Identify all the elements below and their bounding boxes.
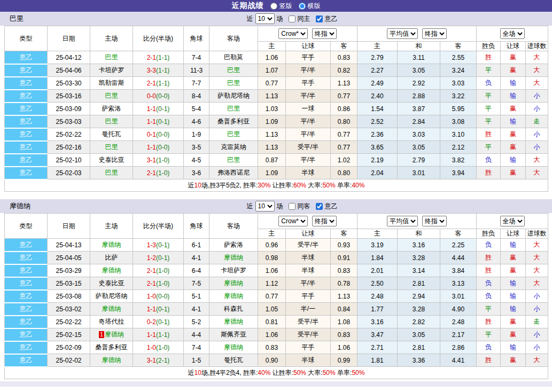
avg-home-odds: 2.36: [357, 128, 398, 141]
avg-home-odds: 3.16: [357, 316, 398, 328]
table-row: 意乙25-03-16巴里0-0(0-0)8-4萨勒尼塔纳1.13平/半0.772…: [5, 90, 548, 103]
full-match-select[interactable]: 全场: [500, 216, 525, 226]
radio-horizontal-option: 横版: [292, 2, 321, 11]
league-cell: 意乙: [5, 115, 48, 128]
avg-home-odds: 2.71: [357, 341, 398, 354]
corner-cell: 4-5: [184, 154, 209, 167]
table-row: 意乙25-02-16巴里1-1(0-0)3-5克雷莫纳1.13受平/半0.773…: [5, 141, 548, 154]
crow-handicap: 平/半: [286, 115, 331, 128]
crow-handicap: 半/一: [286, 303, 331, 316]
final-index-select[interactable]: 终指: [312, 28, 337, 39]
avg-home-odds: 2.79: [357, 51, 398, 64]
away-team-cell: 萨勒尼塔纳: [209, 90, 258, 103]
fulltime-score: 1-1: [147, 105, 156, 113]
table-row: 意乙25-03-03巴里1-1(0-1)4-6桑普多利亚1.09平/半0.802…: [5, 115, 548, 128]
subcol-crow-home: 主: [258, 42, 286, 51]
avg-away-odds: 3.03: [440, 77, 477, 90]
home-team-name: 巴里: [105, 169, 118, 176]
date-cell: 25-04-12: [48, 51, 90, 64]
league-cell: 意乙: [5, 154, 48, 167]
away-team-cell: 摩德纳: [209, 277, 258, 290]
vertical-radio[interactable]: [270, 3, 277, 10]
league-cell: 意乙: [5, 354, 48, 367]
home-team-name: 桑普多利亚: [96, 343, 128, 351]
date-cell: 25-02-03: [48, 167, 90, 179]
match-count-select[interactable]: 10: [255, 201, 275, 211]
away-team-cell: 巴里: [209, 103, 258, 115]
fulltime-score: 2-1: [147, 54, 156, 61]
home-team-name: 巴里: [105, 117, 118, 125]
result-goals: 大: [526, 252, 548, 264]
corner-cell: 8-4: [184, 90, 209, 103]
home-team-cell: 奇塔代拉: [90, 316, 133, 328]
result-outcome: 负: [477, 341, 501, 354]
league-cell: 意乙: [5, 51, 48, 64]
league-cell: 意乙: [5, 103, 48, 115]
final-index-select-2[interactable]: 终指: [422, 216, 447, 226]
crow-group-header: Crow* 终指: [258, 26, 357, 42]
result-outcome: 平: [477, 90, 501, 103]
result-handicap: 赢: [501, 354, 526, 367]
same-away-checkbox[interactable]: [289, 203, 296, 210]
radio-vertical-option: 竖版: [264, 2, 292, 11]
avg-home-odds: 2.04: [357, 167, 398, 179]
horizontal-radio[interactable]: [299, 3, 306, 10]
home-team-name: 巴里: [105, 143, 118, 151]
crow-away-odds: 1.13: [331, 77, 357, 90]
match-count-select[interactable]: 10: [255, 13, 275, 24]
score-cell: 1-1(0-1): [133, 115, 184, 128]
avg-home-odds: 1.77: [357, 303, 398, 316]
full-match-select[interactable]: 全场: [500, 28, 525, 39]
avg-draw-odds: 3.11: [398, 51, 440, 64]
result-outcome: 胜: [477, 264, 501, 277]
average-select[interactable]: 平均值: [387, 28, 418, 39]
away-team-name: 巴里: [227, 156, 240, 163]
result-outcome: 平: [477, 303, 501, 316]
crow-home-odds: 1.03: [258, 103, 286, 115]
date-cell: 25-04-06: [48, 64, 90, 77]
fulltime-score: 0-2: [147, 318, 156, 326]
summary-part: 近: [188, 182, 195, 189]
league-checkbox[interactable]: [316, 203, 323, 210]
bookmaker-select[interactable]: Crow*: [278, 28, 308, 39]
average-select[interactable]: 平均值: [387, 216, 418, 226]
avg-home-odds: 2.01: [357, 264, 398, 277]
table-row: 意乙25-02-10史泰比亚3-1(1-0)4-5巴里0.87平/半1.022.…: [5, 154, 548, 167]
avg-away-odds: 3.84: [440, 264, 477, 277]
result-handicap: 输: [501, 290, 526, 303]
avg-draw-odds: 3.14: [398, 264, 440, 277]
away-team-cell: 萨索洛: [209, 239, 258, 252]
halftime-score: (1-1): [156, 331, 169, 339]
col-type: 类型: [5, 214, 48, 239]
result-goals: 走: [526, 115, 548, 128]
home-team-cell: 巴里: [90, 115, 133, 128]
halftime-score: (0-1): [156, 305, 169, 313]
home-team-name: 摩德纳: [105, 331, 124, 338]
date-cell: 25-02-22: [48, 316, 90, 328]
final-index-select-2[interactable]: 终指: [422, 28, 447, 39]
crow-handicap: 平手: [286, 341, 331, 354]
home-team-cell: 萨勒尼塔纳: [90, 290, 133, 303]
crow-away-odds: 1.08: [331, 316, 357, 328]
final-index-select[interactable]: 终指: [312, 216, 337, 226]
subcol-crow-away: 客: [331, 229, 357, 239]
result-handicap: 赢: [501, 51, 526, 64]
section-divider: [0, 192, 552, 199]
away-team-name: 萨勒尼塔纳: [217, 92, 250, 99]
home-team-cell: 比萨: [90, 252, 133, 264]
summary-part: 40%: [258, 369, 270, 377]
result-goals: 小: [526, 90, 548, 103]
league-checkbox[interactable]: [316, 15, 323, 22]
results-table: 类型 日期 主场 比分(半场) 角球 客场 Crow* 终指 平均值 终指 全场: [4, 26, 548, 192]
away-team-name: 曼托瓦: [224, 356, 243, 364]
corner-cell: 7-4: [184, 51, 209, 64]
same-home-checkbox[interactable]: [289, 15, 296, 22]
subcol-crow-away: 客: [331, 42, 357, 51]
fulltime-score: 1-1: [147, 331, 156, 339]
bookmaker-select[interactable]: Crow*: [278, 216, 308, 226]
subcol-outcome: 胜负: [477, 229, 501, 239]
away-team-cell: 科森扎: [209, 303, 258, 316]
crow-away-odds: 0.78: [331, 277, 357, 290]
avg-draw-odds: 2.84: [398, 115, 440, 128]
date-cell: 25-03-02: [48, 303, 90, 316]
